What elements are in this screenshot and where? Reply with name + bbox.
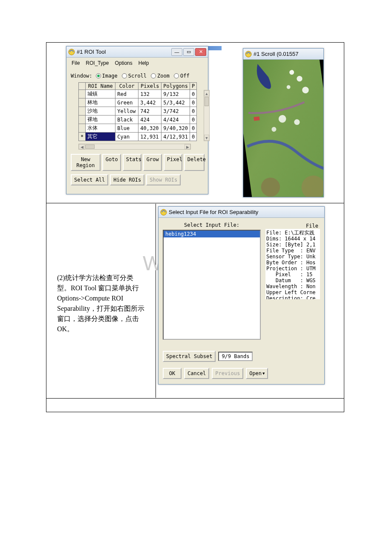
cell-pixels[interactable]: 132 [138, 90, 161, 98]
cell-color[interactable]: Yellow [115, 107, 138, 116]
cell-color[interactable]: Cyan [115, 133, 138, 141]
menu-file[interactable]: File [69, 59, 82, 67]
select-all-button[interactable]: Select All [71, 174, 108, 185]
cell-color[interactable]: Black [115, 116, 138, 124]
menu-options[interactable]: Options [112, 59, 135, 67]
roi-table-container: ROI Name Color Pixels Polygons P 城镇Red13… [78, 82, 205, 141]
window-radio-row: Window: Image Scroll Zoom Off [70, 73, 205, 79]
show-rois-button: Show ROIs [146, 174, 181, 185]
svg-rect-11 [254, 116, 259, 121]
row-marker: * [79, 133, 86, 141]
table-row[interactable]: 林地Green3,4425/3,4420 [79, 98, 197, 107]
titlebar[interactable]: Select Input File for ROI Separability [159, 207, 324, 218]
cell-roi-name[interactable]: 城镇 [86, 90, 115, 98]
file-list-title: Select Input File: [163, 222, 261, 228]
scroll-thumb[interactable] [85, 145, 95, 149]
table-row[interactable]: *其它Cyan12,9314/12,9310 [79, 133, 197, 141]
stats-button[interactable]: Stats [123, 154, 141, 171]
open-button[interactable]: Open ▼ [246, 368, 268, 379]
titlebar[interactable]: #1 ROI Tool — ▭ ✕ [66, 46, 208, 58]
envi-icon [160, 209, 167, 216]
cell-polygons[interactable]: 9/132 [161, 90, 190, 98]
table-row[interactable]: 沙地Yellow7423/7420 [79, 107, 197, 116]
cell-p[interactable]: 0 [190, 124, 197, 133]
cell-polygons[interactable]: 9/40,320 [161, 124, 190, 133]
roi-body: Window: Image Scroll Zoom Off ROI Name C… [66, 69, 208, 194]
file-list[interactable]: hebing1234 [163, 230, 261, 340]
cell-roi-name[interactable]: 沙地 [86, 107, 115, 116]
table-row[interactable]: 城镇Red1329/1320 [79, 90, 197, 98]
menu-help[interactable]: Help [136, 59, 152, 67]
new-region-button[interactable]: New Region [71, 154, 101, 171]
cell-p[interactable]: 0 [190, 107, 197, 116]
scroll-preview-window: #1 Scroll (0.01557 [243, 48, 324, 197]
cell-roi-name[interactable]: 水体 [86, 124, 115, 133]
col-mark [79, 83, 86, 90]
cell-pixels[interactable]: 12,931 [138, 133, 161, 141]
titlebar[interactable]: #1 Scroll (0.01557 [243, 49, 323, 60]
menu-roi-type[interactable]: ROI_Type [83, 59, 111, 67]
table-row[interactable]: 水体Blue40,3209/40,3200 [79, 124, 197, 133]
radio-image[interactable] [96, 73, 101, 78]
cell-p[interactable]: 0 [190, 90, 197, 98]
cell-polygons[interactable]: 4/424 [161, 116, 190, 124]
file-item[interactable]: hebing1234 [164, 231, 260, 237]
scroll-thumb[interactable] [205, 97, 209, 106]
row-marker [79, 98, 86, 107]
satellite-image [243, 60, 323, 197]
cell-roi-name[interactable]: 其它 [86, 133, 115, 141]
cell-roi-name[interactable]: 裸地 [86, 116, 115, 124]
cell-p[interactable]: 0 [190, 98, 197, 107]
window-label: Window: [71, 73, 92, 79]
col-color[interactable]: Color [115, 83, 138, 90]
cell-p[interactable]: 0 [190, 116, 197, 124]
delete-button[interactable]: Delete [184, 154, 205, 171]
cell-footer [46, 398, 344, 412]
cell-color[interactable]: Red [115, 90, 138, 98]
cell-pixels[interactable]: 424 [138, 116, 161, 124]
scroll-up-icon[interactable]: ▲ [204, 90, 209, 96]
radio-off[interactable] [174, 73, 179, 78]
radio-zoom[interactable] [151, 73, 156, 78]
scroll-image-view[interactable] [243, 60, 323, 197]
dialog-button-row: OK Cancel Previous Open ▼ [163, 368, 320, 379]
pixel-button[interactable]: Pixel [164, 154, 182, 171]
button-row-1: New Region Goto Stats Grow Pixel Delete [70, 154, 205, 171]
cell-pixels[interactable]: 3,442 [138, 98, 161, 107]
radio-scroll[interactable] [122, 73, 127, 78]
cell-polygons[interactable]: 5/3,442 [161, 98, 190, 107]
minimize-button[interactable]: — [171, 48, 182, 56]
grow-button[interactable]: Grow [143, 154, 162, 171]
sep-body: Select Input File: hebing1234 File File:… [159, 218, 324, 384]
scroll-down-icon[interactable]: ▼ [204, 135, 209, 141]
col-roi-name[interactable]: ROI Name [86, 83, 115, 90]
scroll-left-icon[interactable]: ◀ [79, 144, 85, 149]
row-marker [79, 116, 86, 124]
spectral-subset-button[interactable]: Spectral Subset [163, 351, 216, 362]
goto-button[interactable]: Goto [102, 154, 121, 171]
cell-color[interactable]: Green [115, 98, 138, 107]
cell-roi-name[interactable]: 林地 [86, 98, 115, 107]
cell-polygons[interactable]: 4/12,931 [161, 133, 190, 141]
cell-color[interactable]: Blue [115, 124, 138, 133]
cell-pixels[interactable]: 742 [138, 107, 161, 116]
col-p[interactable]: P [190, 83, 197, 90]
hide-rois-button[interactable]: Hide ROIs [110, 174, 144, 185]
previous-button: Previous [212, 368, 243, 379]
cancel-button[interactable]: Cancel [184, 368, 209, 379]
table-row[interactable]: 裸地Black4244/4240 [79, 116, 197, 124]
roi-table[interactable]: ROI Name Color Pixels Polygons P 城镇Red13… [78, 82, 197, 141]
cell-pixels[interactable]: 40,320 [138, 124, 161, 133]
ok-button[interactable]: OK [163, 368, 182, 379]
close-button[interactable]: ✕ [195, 48, 206, 56]
scroll-right-icon[interactable]: ▶ [184, 144, 190, 149]
spectral-subset-row: Spectral Subset 9/9 Bands [163, 351, 320, 362]
table-vscroll[interactable]: ▲ ▼ [204, 90, 210, 141]
table-hscroll[interactable]: ◀ ▶ [78, 144, 191, 150]
cell-p[interactable]: 0 [190, 133, 197, 141]
maximize-button[interactable]: ▭ [183, 48, 194, 56]
cell-polygons[interactable]: 3/742 [161, 107, 190, 116]
col-polygons[interactable]: Polygons [161, 83, 190, 90]
col-pixels[interactable]: Pixels [138, 83, 161, 90]
file-info-content: File: E:\工程实践 Dims: 16444 x 14 Size: [By… [265, 229, 320, 299]
